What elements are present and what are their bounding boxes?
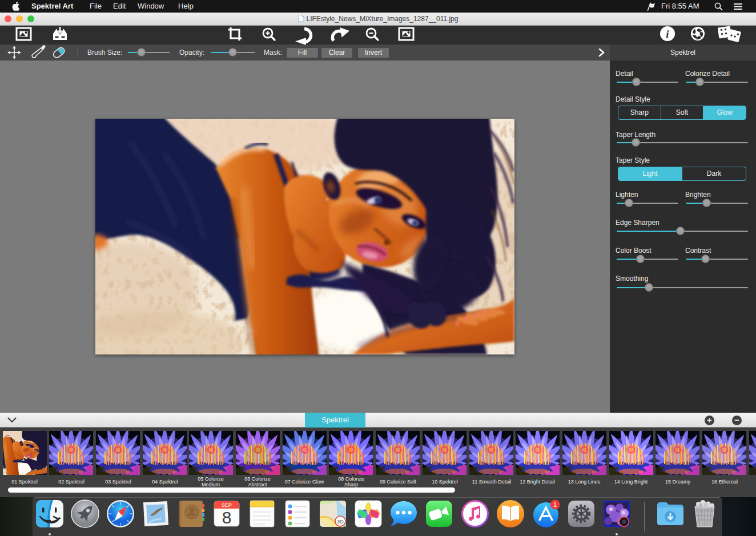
- svg-text:3D: 3D: [337, 519, 344, 525]
- svg-text:SEP: SEP: [222, 502, 232, 508]
- svg-text:i: i: [666, 28, 669, 40]
- svg-text:1: 1: [553, 501, 557, 508]
- svg-text:8: 8: [222, 508, 232, 527]
